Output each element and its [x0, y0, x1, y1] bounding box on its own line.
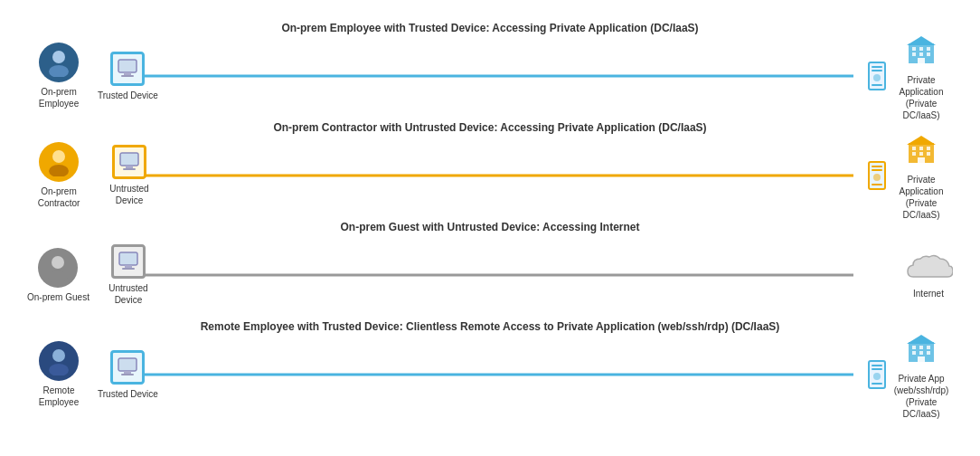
- flow-row-flow3: On-prem Guest Untrusted Device Internet: [18, 239, 962, 311]
- svg-point-19: [52, 150, 65, 163]
- svg-rect-28: [872, 184, 882, 185]
- svg-rect-16: [927, 52, 930, 56]
- person-node-flow3: On-prem Guest: [27, 248, 90, 303]
- person-node-flow2: On-prem Contractor: [27, 142, 90, 209]
- svg-point-38: [52, 256, 64, 269]
- svg-rect-6: [872, 66, 882, 68]
- flow-section-flow3: On-prem Guest with Untrusted Device: Acc…: [18, 221, 962, 311]
- svg-rect-42: [122, 268, 135, 270]
- flow-section-flow2: On-prem Contractor with Untrusted Device…: [18, 121, 962, 212]
- svg-rect-7: [872, 70, 882, 71]
- svg-rect-2: [118, 60, 137, 72]
- app-node-flow1: Private Application (Private DC/IaaS): [890, 31, 953, 121]
- svg-rect-33: [912, 152, 916, 156]
- device-node-flow2: Untrusted Device: [98, 145, 161, 206]
- server-node-flow2: [868, 161, 886, 190]
- svg-rect-49: [872, 365, 882, 366]
- flow-row-flow1: On-prem Employee Trusted Device Private …: [18, 40, 962, 112]
- svg-rect-47: [121, 374, 134, 375]
- svg-point-43: [52, 349, 65, 362]
- svg-rect-56: [927, 346, 930, 349]
- svg-rect-30: [912, 147, 916, 150]
- svg-point-20: [49, 165, 69, 176]
- svg-rect-59: [927, 351, 930, 355]
- svg-rect-3: [124, 72, 131, 75]
- svg-rect-12: [919, 47, 923, 51]
- svg-rect-32: [927, 147, 930, 150]
- server-node-flow4: [868, 360, 886, 389]
- flow-row-flow2: On-prem Contractor Untrusted Device Priv…: [18, 139, 962, 212]
- device-node-flow1: Trusted Device: [98, 52, 158, 101]
- svg-point-8: [873, 74, 881, 81]
- svg-rect-15: [919, 52, 923, 56]
- svg-rect-60: [918, 356, 925, 362]
- flow-section-flow1: On-prem Employee with Trusted Device: Ac…: [18, 22, 962, 112]
- svg-point-0: [52, 51, 65, 63]
- svg-rect-57: [912, 351, 916, 355]
- app-node-flow2: Private Application (Private DC/IaaS): [890, 130, 953, 221]
- svg-rect-23: [123, 168, 136, 170]
- app-node-flow4: Private App (web/ssh/rdp) (Private DC/Ia…: [890, 329, 953, 420]
- svg-rect-34: [919, 152, 923, 156]
- flow-title-flow2: On-prem Contractor with Untrusted Device…: [18, 121, 962, 134]
- svg-rect-36: [918, 157, 925, 163]
- svg-point-44: [49, 364, 69, 375]
- svg-rect-17: [918, 58, 925, 63]
- svg-rect-54: [912, 346, 916, 349]
- flow-title-flow3: On-prem Guest with Untrusted Device: Acc…: [18, 221, 962, 233]
- svg-rect-21: [120, 153, 138, 166]
- svg-rect-52: [872, 383, 882, 385]
- svg-rect-4: [121, 75, 134, 77]
- svg-rect-46: [124, 371, 131, 374]
- svg-rect-14: [912, 52, 916, 56]
- svg-rect-11: [912, 47, 916, 51]
- flow-title-flow1: On-prem Employee with Trusted Device: Ac…: [18, 22, 962, 34]
- svg-rect-13: [927, 47, 930, 51]
- svg-marker-18: [907, 36, 936, 45]
- person-node-flow4: Remote Employee: [27, 341, 90, 408]
- svg-rect-9: [872, 84, 882, 86]
- svg-rect-41: [125, 265, 132, 268]
- svg-point-39: [48, 271, 68, 282]
- server-node-flow1: [868, 62, 886, 90]
- svg-point-1: [49, 65, 69, 77]
- svg-rect-35: [927, 152, 930, 156]
- svg-point-27: [873, 174, 881, 181]
- svg-marker-37: [907, 136, 936, 145]
- svg-rect-50: [872, 368, 882, 370]
- flow-row-flow4: Remote Employee Trusted Device Private A…: [18, 338, 962, 411]
- flow-section-flow4: Remote Employee with Trusted Device: Cli…: [18, 320, 962, 411]
- flow-title-flow4: Remote Employee with Trusted Device: Cli…: [18, 320, 962, 333]
- device-node-flow3: Untrusted Device: [97, 244, 160, 306]
- cloud-node-flow3: Internet: [904, 252, 953, 299]
- device-node-flow4: Trusted Device: [98, 350, 158, 400]
- svg-rect-55: [919, 346, 923, 349]
- svg-rect-26: [872, 169, 882, 171]
- person-node-flow1: On-prem Employee: [27, 43, 90, 109]
- svg-rect-22: [126, 166, 133, 168]
- svg-rect-40: [119, 252, 137, 265]
- svg-rect-25: [872, 166, 882, 167]
- svg-rect-58: [919, 351, 923, 355]
- svg-rect-31: [919, 147, 923, 150]
- svg-marker-61: [907, 335, 936, 344]
- svg-point-51: [873, 373, 881, 380]
- svg-rect-45: [118, 358, 137, 371]
